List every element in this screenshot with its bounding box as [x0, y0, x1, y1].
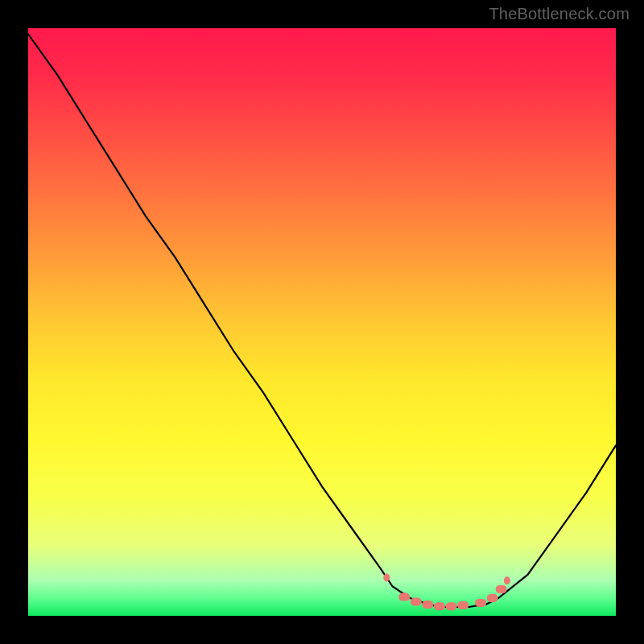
chart-plot-area — [28, 28, 616, 616]
gradient-background — [28, 28, 616, 616]
watermark-text: TheBottleneck.com — [489, 5, 630, 23]
